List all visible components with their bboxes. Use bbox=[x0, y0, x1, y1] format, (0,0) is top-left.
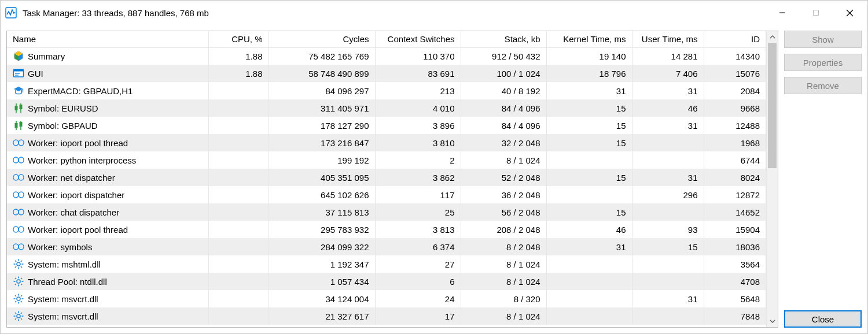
name-cell: Worker: ioport pool thread bbox=[7, 221, 208, 238]
cell-stack: 8 / 1 024 bbox=[461, 273, 546, 290]
column-header[interactable]: ID bbox=[704, 31, 766, 47]
table-row[interactable]: Worker: chat dispatcher37 115 8132556 / … bbox=[7, 203, 766, 221]
table-row[interactable]: Worker: ioport pool thread173 216 8473 8… bbox=[7, 134, 766, 151]
cell-ctx: 25 bbox=[375, 203, 461, 221]
name-cell: Thread Pool: ntdll.dll bbox=[7, 273, 208, 290]
cell-user bbox=[632, 151, 704, 169]
column-header[interactable]: Cycles bbox=[269, 31, 375, 47]
table-row[interactable]: Worker: net dispatcher405 351 0953 86252… bbox=[7, 169, 766, 186]
scroll-down-icon[interactable] bbox=[767, 316, 778, 327]
table-row[interactable]: System: msvcrt.dll34 124 004248 / 320315… bbox=[7, 290, 766, 307]
window-controls bbox=[766, 1, 866, 25]
table-row[interactable]: System: msvcrt.dll21 327 617178 / 1 0247… bbox=[7, 307, 766, 325]
svg-point-41 bbox=[17, 280, 20, 283]
cell-kernel: 15 bbox=[546, 117, 632, 134]
name-cell: GUI bbox=[7, 65, 208, 82]
column-header[interactable]: Context Switches bbox=[375, 31, 461, 47]
table-row[interactable]: Worker: ioport pool thread295 783 9323 8… bbox=[7, 221, 766, 238]
svg-point-28 bbox=[13, 227, 19, 232]
table-row[interactable]: Summary1.8875 482 165 769110 370912 / 50… bbox=[7, 47, 766, 65]
scroll-thumb[interactable] bbox=[768, 43, 777, 168]
close-window-button[interactable] bbox=[833, 1, 866, 25]
symbol-icon bbox=[13, 102, 24, 114]
column-header[interactable]: User Time, ms bbox=[632, 31, 704, 47]
svg-line-39 bbox=[15, 266, 16, 268]
properties-button[interactable]: Properties bbox=[784, 54, 862, 71]
svg-point-19 bbox=[19, 140, 24, 146]
cell-id: 15904 bbox=[704, 221, 766, 238]
name-cell: Symbol: GBPAUD bbox=[7, 117, 208, 134]
table-row[interactable]: Worker: ioport dispatcher645 102 6261173… bbox=[7, 186, 766, 203]
svg-point-23 bbox=[19, 175, 24, 180]
remove-button[interactable]: Remove bbox=[784, 77, 862, 94]
table-row[interactable]: Symbol: GBPAUD178 127 2903 89684 / 4 096… bbox=[7, 117, 766, 134]
svg-rect-2 bbox=[814, 10, 819, 16]
cell-kernel bbox=[546, 290, 632, 307]
column-header[interactable]: Stack, kb bbox=[461, 31, 546, 47]
cell-user: 31 bbox=[632, 117, 704, 134]
show-button[interactable]: Show bbox=[784, 31, 862, 48]
cell-stack: 8 / 320 bbox=[461, 290, 546, 307]
table-row[interactable]: GUI1.8858 748 490 89983 691100 / 1 02418… bbox=[7, 65, 766, 82]
close-button[interactable]: Close bbox=[784, 310, 862, 328]
system-icon bbox=[13, 310, 24, 322]
maximize-button[interactable] bbox=[799, 1, 833, 25]
cell-cycles: 34 124 004 bbox=[269, 290, 375, 307]
table-row[interactable]: Thread Pool: ntdll.dll1 057 43468 / 1 02… bbox=[7, 273, 766, 290]
cell-cycles: 311 405 971 bbox=[269, 99, 375, 117]
cell-cpu bbox=[208, 99, 269, 117]
row-name-label: System: mshtml.dll bbox=[28, 259, 101, 269]
row-name-label: Worker: chat dispatcher bbox=[28, 207, 119, 217]
column-header[interactable]: CPU, % bbox=[208, 31, 269, 47]
minimize-button[interactable] bbox=[766, 1, 799, 25]
svg-line-65 bbox=[21, 318, 22, 320]
cell-cycles: 21 327 617 bbox=[269, 307, 375, 325]
column-header[interactable]: Kernel Time, ms bbox=[546, 31, 632, 47]
name-cell: Summary bbox=[7, 47, 208, 65]
scroll-track[interactable] bbox=[767, 43, 778, 316]
vertical-scrollbar[interactable] bbox=[766, 31, 778, 327]
table-row[interactable]: ExpertMACD: GBPAUD,H184 096 29721340 / 8… bbox=[7, 82, 766, 99]
table-header-row: NameCPU, %CyclesContext SwitchesStack, k… bbox=[7, 31, 766, 47]
cell-kernel: 31 bbox=[546, 238, 632, 255]
cell-id: 12872 bbox=[704, 186, 766, 203]
system-icon bbox=[13, 276, 24, 287]
svg-point-21 bbox=[19, 157, 24, 163]
cell-cpu bbox=[208, 255, 269, 273]
cell-id: 9668 bbox=[704, 99, 766, 117]
cell-cycles: 405 351 095 bbox=[269, 169, 375, 186]
row-name-label: GUI bbox=[28, 69, 43, 79]
cell-user: 31 bbox=[632, 290, 704, 307]
cell-ctx: 213 bbox=[375, 82, 461, 99]
svg-rect-11 bbox=[15, 106, 18, 110]
table-row[interactable]: Worker: python interprocess199 19228 / 1… bbox=[7, 151, 766, 169]
cell-kernel bbox=[546, 307, 632, 325]
svg-line-38 bbox=[21, 266, 22, 268]
svg-rect-13 bbox=[20, 105, 23, 109]
cell-cpu bbox=[208, 151, 269, 169]
row-name-label: Worker: python interprocess bbox=[28, 155, 136, 165]
svg-point-50 bbox=[17, 297, 20, 300]
cell-ctx: 117 bbox=[375, 186, 461, 203]
cell-user: 7 406 bbox=[632, 65, 704, 82]
cell-ctx: 3 862 bbox=[375, 169, 461, 186]
cell-ctx: 3 813 bbox=[375, 221, 461, 238]
svg-point-18 bbox=[13, 140, 19, 146]
cell-cpu bbox=[208, 221, 269, 238]
svg-line-48 bbox=[15, 284, 16, 285]
column-header[interactable]: Name bbox=[7, 31, 208, 47]
table-row[interactable]: System: mshtml.dll1 192 347278 / 1 02435… bbox=[7, 255, 766, 273]
svg-point-29 bbox=[19, 227, 24, 232]
cell-cycles: 199 192 bbox=[269, 151, 375, 169]
svg-point-22 bbox=[13, 175, 19, 180]
table-row[interactable]: Worker: symbols284 099 3226 3748 / 2 048… bbox=[7, 238, 766, 255]
cell-ctx: 6 374 bbox=[375, 238, 461, 255]
gui-icon bbox=[13, 68, 24, 79]
scroll-up-icon[interactable] bbox=[767, 31, 778, 43]
table-row[interactable]: Symbol: EURUSD311 405 9714 01084 / 4 096… bbox=[7, 99, 766, 117]
cell-ctx: 17 bbox=[375, 307, 461, 325]
svg-point-24 bbox=[13, 192, 19, 198]
svg-rect-17 bbox=[20, 122, 23, 127]
cell-id: 18036 bbox=[704, 238, 766, 255]
svg-line-40 bbox=[21, 261, 22, 262]
